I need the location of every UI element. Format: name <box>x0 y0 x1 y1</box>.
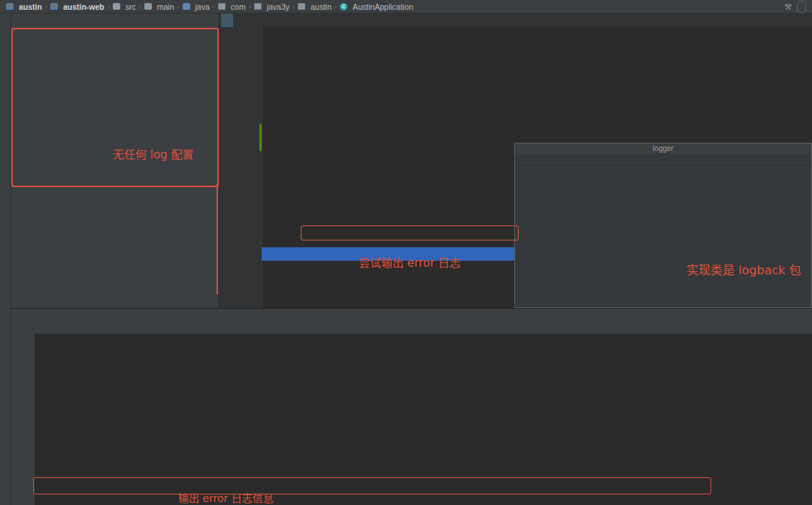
annotation-try-error-log: 尝试输出 error 日志 <box>359 254 461 270</box>
breadcrumb-separator-icon: › <box>249 3 251 11</box>
build-hammer-icon[interactable]: ⚒ <box>784 0 792 14</box>
editor-tab-austinapplication[interactable] <box>221 14 233 27</box>
breadcrumb-item-austin-web[interactable]: austin-web <box>50 2 105 11</box>
annotation-line-editor-left <box>217 184 218 295</box>
debug-console[interactable] <box>35 334 812 505</box>
breadcrumb-separator-icon: › <box>139 3 141 11</box>
breadcrumb-item-java[interactable]: java <box>183 2 210 11</box>
breadcrumb-label: austin <box>19 2 42 11</box>
breadcrumb-separator-icon: › <box>45 3 47 11</box>
annotation-error-log-output: 输出 error 日志信息 <box>178 490 274 505</box>
project-panel-header[interactable] <box>11 14 218 27</box>
breadcrumb-item-AustinApplication[interactable]: CAustinApplication <box>340 2 414 11</box>
debug-toolbar[interactable] <box>11 322 812 334</box>
editor-gutter[interactable] <box>218 27 262 308</box>
package-icon <box>254 3 262 10</box>
debugger-variable-popup[interactable]: logger <box>514 143 812 308</box>
intellij-window: { "colors":{"annotation_red":"#d9503f","… <box>0 0 812 505</box>
debug-tool-window <box>11 308 812 505</box>
breadcrumb-toolbar: austin›austin-web›src›main›java›com›java… <box>0 0 812 14</box>
folder-icon <box>113 3 120 10</box>
breadcrumb-item-austin[interactable]: austin <box>298 2 332 11</box>
breadcrumb-item-java3y[interactable]: java3y <box>254 2 289 11</box>
breadcrumb-label: java3y <box>267 2 289 11</box>
annotation-logback-impl: 实现类是 logback 包 <box>686 260 801 278</box>
breadcrumb-item-austin[interactable]: austin <box>6 2 42 11</box>
popup-title: logger <box>515 144 811 153</box>
breadcrumb-separator-icon: › <box>292 3 295 11</box>
folder-icon <box>144 3 152 10</box>
package-icon <box>298 3 305 10</box>
project-tree[interactable] <box>11 27 218 308</box>
breadcrumb-item-main[interactable]: main <box>144 2 174 11</box>
breadcrumb-label: com <box>231 2 246 11</box>
breadcrumb-separator-icon: › <box>335 3 337 11</box>
class-icon: C <box>340 3 347 11</box>
debug-header <box>11 309 812 322</box>
popup-toolbar[interactable] <box>515 153 811 166</box>
run-config-selector[interactable] <box>797 1 806 13</box>
source-folder-icon <box>183 3 190 10</box>
breadcrumb-item-com[interactable]: com <box>218 2 246 11</box>
vcs-change-marker <box>259 124 262 151</box>
breadcrumb-separator-icon: › <box>213 3 215 11</box>
debug-side-toolbar[interactable] <box>11 334 35 505</box>
second-row <box>0 14 812 27</box>
tool-window-edge-bar <box>0 14 11 505</box>
breadcrumb-label: austin-web <box>63 2 105 11</box>
breadcrumb-separator-icon: › <box>108 3 110 11</box>
toolbar-right: ⚒ <box>784 0 812 14</box>
breadcrumb-label: main <box>157 2 174 11</box>
breadcrumb-label: AustinApplication <box>353 2 414 11</box>
breadcrumb-separator-icon: › <box>177 3 180 11</box>
breadcrumb-label: src <box>126 2 136 11</box>
module-icon <box>6 3 14 10</box>
annotation-no-log-config: 无任何 log 配置 <box>113 146 193 162</box>
breadcrumb-item-src[interactable]: src <box>113 2 136 11</box>
breadcrumb-label: austin <box>311 2 332 11</box>
breadcrumb-label: java <box>195 2 210 11</box>
package-icon <box>218 3 226 10</box>
module-icon <box>50 3 58 10</box>
